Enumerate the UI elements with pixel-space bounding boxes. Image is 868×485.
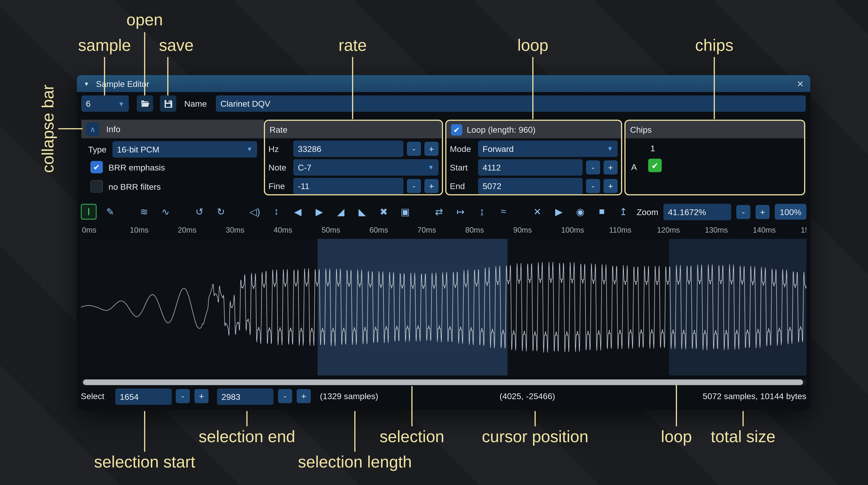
preview-icon[interactable]: ▶ — [551, 204, 567, 220]
select-label: Select — [81, 389, 104, 404]
annotation-line-chips — [714, 57, 715, 119]
zoom-label: Zoom — [637, 207, 658, 217]
folder-open-icon — [140, 98, 150, 109]
selection-end-input[interactable] — [217, 389, 274, 405]
selection-start-decrease-button[interactable]: - — [176, 389, 190, 403]
type-dropdown[interactable]: 16-bit PCM ▼ — [113, 141, 257, 157]
zoom-reset-button[interactable]: 100% — [775, 204, 806, 220]
check-icon: ✔ — [453, 126, 460, 134]
type-row: Type 16-bit PCM ▼ — [88, 141, 257, 157]
hz-input[interactable] — [293, 140, 403, 157]
fade-out-icon[interactable]: ◣ — [354, 204, 370, 220]
window-collapse-icon[interactable]: ▼ — [84, 80, 89, 87]
zoom-out-button[interactable]: - — [736, 205, 750, 219]
note-dropdown[interactable]: C-7 ▼ — [293, 159, 438, 175]
close-icon[interactable]: × — [797, 78, 804, 89]
loop-mode-value: Forward — [483, 143, 514, 153]
preview-loop-icon[interactable]: ◉ — [572, 204, 588, 220]
loop-enable-checkbox[interactable]: ✔ — [451, 124, 462, 135]
sample-number-dropdown[interactable]: 6 ▼ — [82, 95, 129, 112]
annotation-line-loop-bottom — [676, 385, 677, 426]
annotation-total-size: total size — [711, 427, 775, 446]
titlebar[interactable]: ▼ Sample Editor × — [77, 75, 810, 92]
chevron-up-icon: ∧ — [90, 125, 95, 134]
selection-start-input[interactable] — [115, 389, 172, 405]
fine-decrease-button[interactable]: - — [407, 179, 421, 193]
fine-increase-button[interactable]: + — [425, 179, 438, 193]
resample-icon[interactable]: ∿ — [158, 204, 174, 220]
select-tool-icon[interactable]: Ⅰ — [81, 204, 96, 220]
fade-in-icon[interactable]: ◢ — [333, 204, 349, 220]
export-icon[interactable]: ↥ — [615, 204, 631, 220]
selection-end-decrease-button[interactable]: - — [278, 389, 292, 403]
stretch-icon[interactable]: ⇄ — [431, 204, 447, 220]
timeline-ruler[interactable]: 0ms10ms20ms30ms40ms50ms60ms70ms80ms90ms1… — [81, 223, 806, 238]
draw-tool-icon[interactable]: ✎ — [102, 204, 118, 220]
chips-panel: Chips 1 A ✔ — [624, 120, 805, 195]
join-icon[interactable]: ↨ — [474, 204, 490, 220]
horizontal-scrollbar[interactable] — [81, 379, 806, 386]
insert-at-cursor-icon[interactable]: ↦ — [453, 204, 468, 220]
sample-editor-window: ▼ Sample Editor × 6 ▼ Name — [77, 75, 810, 410]
stop-icon[interactable]: ■ — [594, 204, 610, 220]
loop-mode-dropdown[interactable]: Forward ▼ — [478, 140, 618, 157]
loop-start-decrease-button[interactable]: - — [586, 160, 600, 174]
selection-start-increase-button[interactable]: + — [194, 389, 209, 403]
annotation-save: save — [159, 36, 193, 55]
info-header-label: Info — [106, 124, 120, 134]
zoom-in-button[interactable]: + — [755, 205, 770, 219]
fine-input[interactable] — [293, 177, 403, 194]
timeline-label: 0ms — [82, 226, 96, 234]
no-brr-filters-label: no BRR filters — [108, 182, 161, 191]
zoom-cluster: Zoom - + 100% — [637, 203, 806, 220]
loop-end-decrease-button[interactable]: - — [586, 179, 600, 193]
normalize-icon[interactable]: ↕ — [268, 204, 284, 220]
trim-icon[interactable]: ▣ — [397, 204, 413, 220]
undo-icon[interactable]: ↺ — [191, 204, 207, 220]
open-button[interactable] — [137, 95, 153, 112]
waveform-area[interactable] — [81, 239, 806, 376]
annotation-line-sample — [104, 57, 105, 95]
timeline-label: 60ms — [369, 226, 388, 234]
check-icon: ✔ — [651, 161, 658, 170]
timeline-label: 50ms — [321, 226, 340, 234]
type-label: Type — [88, 144, 113, 154]
hz-label: Hz — [268, 143, 290, 153]
invert-icon[interactable]: ▶ — [311, 204, 327, 220]
filter-icon[interactable]: ≈ — [496, 204, 512, 220]
cut-icon[interactable]: ✕ — [529, 204, 545, 220]
timeline-label: 30ms — [226, 226, 244, 234]
hz-decrease-button[interactable]: - — [407, 141, 421, 155]
loop-end-increase-button[interactable]: + — [603, 179, 618, 193]
loop-start-input[interactable] — [478, 159, 583, 175]
annotation-line-total-size — [743, 411, 744, 426]
collapse-bar-button[interactable]: ∧ — [86, 122, 99, 136]
resize-icon[interactable]: ≋ — [136, 204, 152, 220]
status-bar: Select - + - + (1329 samples) (4025, -25… — [77, 387, 810, 406]
zoom-input[interactable] — [663, 203, 731, 220]
save-button[interactable] — [160, 95, 176, 112]
annotation-cursor-position: cursor position — [482, 427, 589, 446]
amplify-icon[interactable]: ◁) — [247, 204, 262, 220]
loop-end-row: End - + — [450, 178, 618, 194]
chevron-down-icon: ▼ — [242, 146, 253, 153]
no-brr-filters-checkbox[interactable]: ✔ — [90, 180, 103, 193]
reverse-icon[interactable]: ◀ — [290, 204, 306, 220]
loop-end-input[interactable] — [478, 177, 583, 194]
toolbar-icons: Ⅰ✎≋∿↺↻◁)↕◀▶◢◣✖▣⇄↦↨≈✕▶◉■↥ — [81, 204, 631, 220]
loop-start-increase-button[interactable]: + — [603, 160, 618, 174]
annotation-line-selection-start — [144, 411, 145, 452]
silence-icon[interactable]: ✖ — [376, 204, 392, 220]
selection-end-increase-button[interactable]: + — [297, 389, 311, 403]
brr-emphasis-checkbox[interactable]: ✔ — [90, 161, 103, 173]
redo-icon[interactable]: ↻ — [213, 204, 229, 220]
hz-increase-button[interactable]: + — [425, 141, 438, 155]
total-size-text: 5072 samples, 10144 bytes — [703, 389, 806, 404]
rate-header: Rate — [265, 121, 442, 138]
scrollbar-thumb[interactable] — [83, 379, 803, 385]
check-icon: ✔ — [93, 163, 100, 171]
chevron-down-icon: ▼ — [114, 100, 124, 107]
chip-a-checkbox[interactable]: ✔ — [648, 159, 662, 172]
timeline-label: 150 — [801, 226, 806, 234]
name-input[interactable] — [216, 95, 806, 112]
